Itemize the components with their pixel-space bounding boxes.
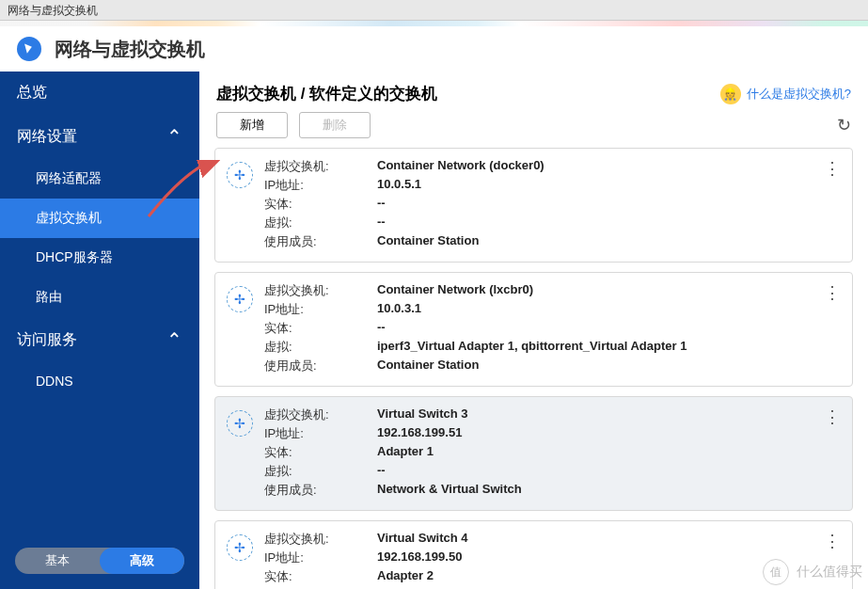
help-text: 什么是虚拟交换机? bbox=[747, 86, 851, 103]
sidebar-item-adapter[interactable]: 网络适配器 bbox=[0, 159, 199, 199]
field-label: 虚拟交换机: bbox=[264, 406, 377, 423]
mode-toggle[interactable]: 基本 高级 bbox=[15, 548, 184, 574]
switch-ip: 10.0.3.1 bbox=[377, 301, 421, 318]
switch-members: Container Station bbox=[377, 358, 479, 374]
switch-icon: ✢ bbox=[227, 531, 264, 589]
sidebar-group-access[interactable]: 访问服务 ⌃ bbox=[0, 317, 199, 362]
mode-advanced[interactable]: 高级 bbox=[100, 548, 184, 574]
sidebar-item-overview[interactable]: 总览 bbox=[0, 72, 199, 114]
field-label: 实体: bbox=[264, 568, 377, 585]
switch-card[interactable]: ✢ 虚拟交换机:Virtual Switch 3 IP地址:192.168.19… bbox=[214, 396, 853, 511]
watermark-text: 什么值得买 bbox=[797, 564, 862, 581]
field-label: 虚拟交换机: bbox=[264, 158, 377, 175]
sidebar-item-dhcp[interactable]: DHCP服务器 bbox=[0, 238, 199, 278]
sidebar-item-vswitch[interactable]: 虚拟交换机 bbox=[0, 199, 199, 238]
field-label: 实体: bbox=[264, 196, 377, 213]
app-header: 网络与虚拟交换机 bbox=[0, 26, 868, 72]
help-link[interactable]: 👷 什么是虚拟交换机? bbox=[720, 84, 851, 104]
field-label: IP地址: bbox=[264, 425, 377, 442]
field-label: 虚拟: bbox=[264, 215, 377, 231]
field-label: 虚拟交换机: bbox=[264, 282, 377, 299]
switch-virtual: -- bbox=[377, 215, 386, 231]
field-label: IP地址: bbox=[264, 177, 377, 194]
help-icon: 👷 bbox=[720, 84, 741, 104]
content-pane: 虚拟交换机 / 软件定义的交换机 👷 什么是虚拟交换机? 新增 删除 ↻ ✢ 虚… bbox=[199, 72, 868, 589]
sidebar-label: 访问服务 bbox=[17, 330, 77, 350]
sidebar-group-network[interactable]: 网络设置 ⌃ bbox=[0, 114, 199, 159]
switch-name: Container Network (lxcbr0) bbox=[377, 282, 533, 299]
switch-icon: ✢ bbox=[227, 406, 264, 501]
window-titlebar: 网络与虚拟交换机 bbox=[0, 0, 868, 21]
switch-list: ✢ 虚拟交换机:Container Network (docker0) IP地址… bbox=[199, 148, 868, 589]
sidebar-label: 网络设置 bbox=[17, 127, 77, 147]
switch-physical: Adapter 1 bbox=[377, 444, 434, 461]
refresh-icon[interactable]: ↻ bbox=[837, 115, 851, 135]
switch-ip: 10.0.5.1 bbox=[377, 177, 421, 194]
sidebar-item-route[interactable]: 路由 bbox=[0, 278, 199, 317]
switch-ip: 192.168.199.51 bbox=[377, 425, 462, 442]
field-label: IP地址: bbox=[264, 301, 377, 318]
switch-card[interactable]: ✢ 虚拟交换机:Container Network (docker0) IP地址… bbox=[214, 148, 853, 263]
field-label: 使用成员: bbox=[264, 233, 377, 250]
switch-card[interactable]: ✢ 虚拟交换机:Container Network (lxcbr0) IP地址:… bbox=[214, 272, 853, 387]
field-label: IP地址: bbox=[264, 549, 377, 566]
switch-card[interactable]: ✢ 虚拟交换机:Virtual Switch 4 IP地址:192.168.19… bbox=[214, 520, 853, 589]
switch-icon: ✢ bbox=[227, 158, 264, 252]
field-label: 实体: bbox=[264, 320, 377, 337]
switch-members: Network & Virtual Switch bbox=[377, 482, 522, 499]
add-button[interactable]: 新增 bbox=[216, 112, 288, 138]
switch-virtual: iperf3_Virtual Adapter 1, qbittorrent_Vi… bbox=[377, 339, 687, 356]
field-label: 实体: bbox=[264, 444, 377, 461]
switch-name: Container Network (docker0) bbox=[377, 158, 544, 175]
field-label: 使用成员: bbox=[264, 482, 377, 499]
kebab-menu-icon[interactable]: ⋮ bbox=[824, 406, 841, 427]
field-label: 虚拟: bbox=[264, 339, 377, 356]
decorative-strip bbox=[0, 21, 868, 26]
watermark-icon: 值 bbox=[763, 559, 789, 585]
switch-ip: 192.168.199.50 bbox=[377, 549, 462, 566]
kebab-menu-icon[interactable]: ⋮ bbox=[824, 158, 841, 179]
sidebar: 总览 网络设置 ⌃ 网络适配器 虚拟交换机 DHCP服务器 路由 访问服务 ⌃ … bbox=[0, 72, 199, 589]
switch-virtual: -- bbox=[377, 463, 386, 480]
app-title: 网络与虚拟交换机 bbox=[55, 37, 205, 62]
switch-physical: -- bbox=[377, 320, 386, 337]
switch-physical: Adapter 2 bbox=[377, 568, 434, 585]
delete-button[interactable]: 删除 bbox=[299, 112, 371, 138]
field-label: 使用成员: bbox=[264, 358, 377, 374]
sidebar-item-ddns[interactable]: DDNS bbox=[0, 362, 199, 400]
page-title: 虚拟交换机 / 软件定义的交换机 bbox=[216, 83, 437, 104]
switch-name: Virtual Switch 3 bbox=[377, 406, 468, 423]
mode-basic[interactable]: 基本 bbox=[15, 548, 100, 574]
field-label: 虚拟: bbox=[264, 463, 377, 480]
switch-members: Container Station bbox=[377, 233, 479, 250]
app-icon bbox=[17, 37, 41, 61]
chevron-up-icon: ⌃ bbox=[166, 328, 182, 351]
field-label: 虚拟交换机: bbox=[264, 531, 377, 548]
switch-name: Virtual Switch 4 bbox=[377, 531, 468, 548]
switch-icon: ✢ bbox=[227, 282, 264, 376]
switch-physical: -- bbox=[377, 196, 386, 213]
watermark: 值 什么值得买 bbox=[763, 559, 862, 585]
kebab-menu-icon[interactable]: ⋮ bbox=[824, 282, 841, 303]
chevron-up-icon: ⌃ bbox=[166, 125, 182, 148]
sidebar-label: 总览 bbox=[17, 83, 47, 103]
kebab-menu-icon[interactable]: ⋮ bbox=[824, 531, 841, 551]
